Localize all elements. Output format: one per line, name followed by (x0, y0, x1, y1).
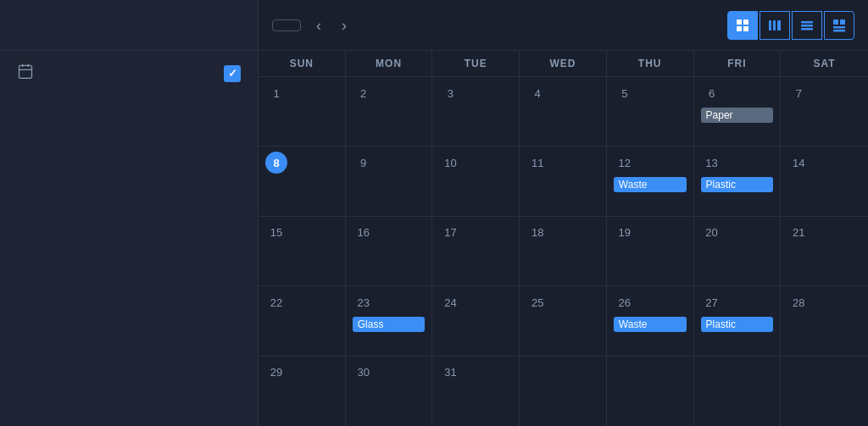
calendar-cell[interactable]: 4 (520, 77, 607, 146)
header-tue: TUE (432, 51, 520, 76)
calendar-cell[interactable]: 8 (259, 147, 346, 215)
calendar-cell[interactable]: 1 (259, 77, 346, 146)
day-number: 29 (265, 362, 287, 384)
svg-rect-7 (743, 26, 748, 31)
day-number: 10 (439, 152, 461, 174)
calendar-cell[interactable] (520, 357, 607, 426)
calendar-cell[interactable]: 11 (520, 147, 607, 215)
svg-rect-0 (19, 65, 32, 78)
calendar-cell[interactable]: 2 (346, 77, 433, 146)
day-number: 14 (787, 152, 810, 174)
calendar-cell[interactable]: 22 (259, 286, 346, 355)
calendar-cell[interactable]: 21 (781, 217, 868, 285)
header-sat: SAT (781, 51, 868, 76)
calendar-cell[interactable]: 23Glass (346, 286, 433, 355)
calendar-cell[interactable]: 31 (432, 357, 520, 426)
calendar-cell[interactable] (607, 357, 694, 426)
calendar-event[interactable]: Paper (701, 108, 774, 123)
day-number: 12 (614, 152, 636, 174)
calendar-cell[interactable]: 28 (781, 286, 868, 355)
svg-rect-13 (801, 28, 813, 30)
calendar-cell[interactable]: 17 (432, 217, 520, 285)
day-number: 13 (701, 152, 723, 174)
calendar-cell[interactable]: 12Waste (607, 147, 694, 215)
prev-month-button[interactable]: ‹ (311, 14, 326, 36)
calendar-cell[interactable]: 19 (607, 217, 694, 285)
calendar-cell[interactable]: 30 (346, 357, 433, 426)
calendar-week-5: 293031 (259, 357, 868, 426)
view-month-button[interactable] (727, 11, 758, 40)
calendar-week-4: 2223Glass242526Waste27Plastic28 (259, 286, 868, 356)
svg-rect-10 (777, 20, 781, 30)
calendar-checkbox[interactable] (224, 65, 241, 82)
svg-rect-9 (773, 20, 776, 30)
day-number: 3 (439, 82, 461, 104)
calendar-cell[interactable]: 24 (432, 286, 520, 355)
header-fri: FRI (694, 51, 782, 76)
calendar-week-3: 15161718192021 (259, 217, 868, 286)
header-sun: SUN (259, 51, 346, 76)
next-month-button[interactable]: › (337, 14, 352, 36)
today-button[interactable] (272, 19, 301, 31)
calendar-cell[interactable]: 16 (346, 217, 433, 285)
svg-rect-8 (769, 20, 771, 30)
calendar-event[interactable]: Waste (614, 177, 687, 192)
calendar-cell[interactable]: 29 (259, 357, 346, 426)
day-number: 5 (614, 82, 636, 104)
calendar-cell[interactable]: 27Plastic (694, 286, 782, 355)
view-agenda-button[interactable] (824, 11, 854, 40)
header-thu: THU (607, 51, 694, 76)
day-number: 18 (526, 222, 548, 244)
calendar-cell[interactable] (694, 357, 782, 426)
view-toggle (727, 11, 854, 40)
header-mon: MON (346, 51, 433, 76)
calendar-week-1: 123456Paper7 (259, 77, 868, 147)
calendar-cell[interactable]: 20 (694, 217, 782, 285)
calendar-body: 123456Paper789101112Waste13Plastic141516… (259, 77, 868, 426)
day-number: 15 (265, 222, 287, 244)
calendar-cell[interactable]: 18 (520, 217, 607, 285)
calendar-event[interactable]: Plastic (701, 317, 774, 332)
svg-rect-17 (833, 30, 845, 32)
sidebar-calendar-item[interactable] (0, 51, 258, 96)
day-number: 1 (265, 82, 287, 104)
day-number: 17 (439, 222, 461, 244)
calendar-event[interactable]: Waste (614, 317, 687, 332)
day-number: 19 (614, 222, 636, 244)
calendar-cell[interactable]: 5 (607, 77, 694, 146)
calendar-week-2: 89101112Waste13Plastic14 (259, 147, 868, 216)
day-number: 30 (353, 362, 375, 384)
calendar-cell[interactable] (781, 357, 868, 426)
day-number: 9 (353, 152, 375, 174)
view-list-button[interactable] (792, 11, 822, 40)
calendar-grid: SUN MON TUE WED THU FRI SAT 123456Paper7… (259, 51, 868, 426)
day-number: 6 (701, 82, 723, 104)
svg-rect-6 (737, 26, 742, 31)
day-number: 22 (265, 291, 287, 313)
sidebar-title (0, 0, 258, 51)
calendar-cell[interactable]: 13Plastic (694, 147, 782, 215)
day-number: 21 (787, 222, 810, 244)
calendar-event[interactable]: Plastic (701, 177, 774, 192)
svg-rect-11 (801, 21, 813, 24)
svg-rect-4 (737, 19, 742, 25)
day-number: 2 (353, 82, 375, 104)
calendar-cell[interactable]: 25 (520, 286, 607, 355)
calendar-cell[interactable]: 9 (346, 147, 433, 215)
calendar-cell[interactable]: 3 (432, 77, 520, 146)
day-number: 11 (526, 152, 548, 174)
today-date: 8 (265, 152, 287, 174)
day-number: 27 (701, 291, 723, 313)
view-week-button[interactable] (760, 11, 790, 40)
calendar-cell[interactable]: 7 (781, 77, 868, 146)
calendar-cell[interactable]: 26Waste (607, 286, 694, 355)
calendar-cell[interactable]: 15 (259, 217, 346, 285)
day-number: 25 (526, 291, 548, 313)
calendar-cell[interactable]: 14 (781, 147, 868, 215)
calendar-event[interactable]: Glass (353, 317, 426, 332)
svg-rect-15 (840, 19, 845, 25)
calendar-cell[interactable]: 10 (432, 147, 520, 215)
svg-rect-14 (833, 19, 838, 25)
calendar-cell[interactable]: 6Paper (694, 77, 782, 146)
day-number: 7 (787, 82, 810, 104)
